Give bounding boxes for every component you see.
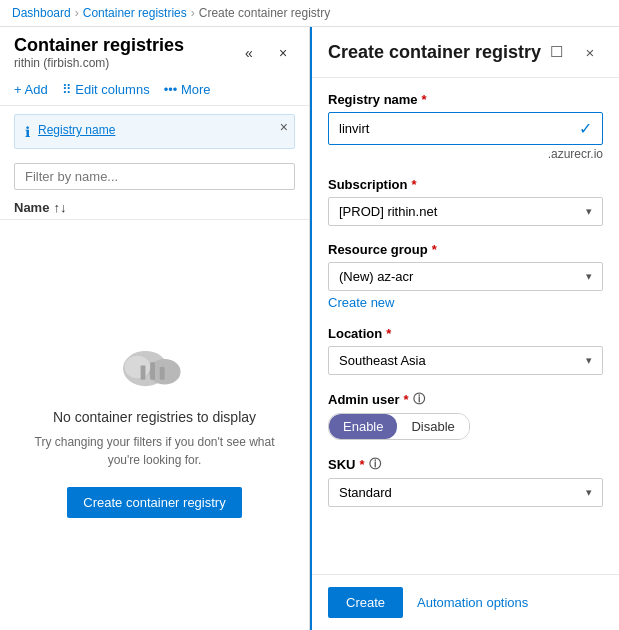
- panel-title: Container registries: [14, 35, 184, 56]
- subscription-required: *: [411, 177, 416, 192]
- breadcrumb-current: Create container registry: [199, 6, 330, 20]
- empty-state: No container registries to display Try c…: [0, 220, 309, 630]
- left-panel: Container registries rithin (firbish.com…: [0, 27, 310, 630]
- automation-options-link[interactable]: Automation options: [417, 595, 528, 610]
- sku-info-icon[interactable]: ⓘ: [369, 456, 381, 473]
- right-panel-header: Create container registry ☐ ×: [312, 27, 619, 78]
- panel-subtitle: rithin (firbish.com): [14, 56, 184, 70]
- location-value: Southeast Asia: [339, 353, 426, 368]
- breadcrumb: Dashboard › Container registries › Creat…: [0, 0, 619, 27]
- collapse-button[interactable]: «: [237, 41, 261, 65]
- create-new-rg-link[interactable]: Create new: [328, 295, 394, 310]
- svg-rect-4: [150, 362, 155, 380]
- resource-group-dropdown[interactable]: (New) az-acr ▾: [328, 262, 603, 291]
- sku-dropdown[interactable]: Standard ▾: [328, 478, 603, 507]
- subscription-group: Subscription * [PROD] rithin.net ▾: [328, 177, 603, 226]
- location-dropdown[interactable]: Southeast Asia ▾: [328, 346, 603, 375]
- svg-rect-5: [159, 367, 164, 380]
- name-col-label: Name: [14, 200, 49, 215]
- location-dropdown-arrow: ▾: [586, 354, 592, 367]
- add-button[interactable]: + Add: [14, 82, 48, 97]
- resource-group-label: Resource group *: [328, 242, 603, 257]
- location-label: Location *: [328, 326, 603, 341]
- more-button[interactable]: ••• More: [164, 82, 211, 97]
- sku-value: Standard: [339, 485, 392, 500]
- required-star: *: [422, 92, 427, 107]
- subscription-dropdown[interactable]: [PROD] rithin.net ▾: [328, 197, 603, 226]
- admin-info-icon[interactable]: ⓘ: [413, 391, 425, 408]
- close-left-panel-button[interactable]: ×: [271, 41, 295, 65]
- edit-columns-button[interactable]: ⠿ Edit columns: [62, 82, 150, 97]
- sku-dropdown-arrow: ▾: [586, 486, 592, 499]
- maximize-button[interactable]: ☐: [543, 39, 569, 65]
- more-label: ••• More: [164, 82, 211, 97]
- breadcrumb-dashboard[interactable]: Dashboard: [12, 6, 71, 20]
- breadcrumb-sep-1: ›: [75, 6, 79, 20]
- registry-name-input-wrapper[interactable]: ✓: [328, 112, 603, 145]
- subscription-label: Subscription *: [328, 177, 603, 192]
- panel-top-icons: « ×: [237, 41, 295, 65]
- admin-user-label: Admin user * ⓘ: [328, 391, 603, 408]
- admin-user-toggle: Enable Disable: [328, 413, 470, 440]
- info-banner-link[interactable]: Registry name: [38, 123, 115, 137]
- cloud-icon: [115, 333, 195, 393]
- rg-required: *: [432, 242, 437, 257]
- registry-name-input[interactable]: [339, 121, 579, 136]
- close-right-panel-button[interactable]: ×: [577, 39, 603, 65]
- svg-point-2: [124, 355, 150, 377]
- name-column-header[interactable]: Name ↑↓: [14, 200, 66, 215]
- admin-required: *: [404, 392, 409, 407]
- rg-dropdown-arrow: ▾: [586, 270, 592, 283]
- svg-rect-3: [140, 365, 145, 379]
- breadcrumb-sep-2: ›: [191, 6, 195, 20]
- info-banner-text: Registry name: [38, 123, 115, 137]
- toolbar: + Add ⠿ Edit columns ••• More: [0, 78, 309, 106]
- form-body: Registry name * ✓ .azurecr.io Subscripti…: [312, 78, 619, 574]
- add-button-label: + Add: [14, 82, 48, 97]
- main-layout: Container registries rithin (firbish.com…: [0, 27, 619, 630]
- sku-required: *: [359, 457, 364, 472]
- panel-header: Container registries rithin (firbish.com…: [0, 27, 309, 78]
- location-group: Location * Southeast Asia ▾: [328, 326, 603, 375]
- sku-label: SKU * ⓘ: [328, 456, 603, 473]
- right-footer: Create Automation options: [312, 574, 619, 630]
- sku-group: SKU * ⓘ Standard ▾: [328, 456, 603, 507]
- info-banner: ℹ Registry name ×: [14, 114, 295, 149]
- acr-suffix: .azurecr.io: [328, 147, 603, 161]
- resource-group-group: Resource group * (New) az-acr ▾ Create n…: [328, 242, 603, 310]
- sort-icon: ↑↓: [53, 200, 66, 215]
- empty-title: No container registries to display: [53, 409, 256, 425]
- info-icon: ℹ: [25, 124, 30, 140]
- location-required: *: [386, 326, 391, 341]
- search-input[interactable]: [14, 163, 295, 190]
- admin-enable-button[interactable]: Enable: [329, 414, 397, 439]
- registry-name-check-icon: ✓: [579, 119, 592, 138]
- resource-group-value: (New) az-acr: [339, 269, 413, 284]
- create-button[interactable]: Create: [328, 587, 403, 618]
- right-panel: Create container registry ☐ × Registry n…: [310, 27, 619, 630]
- subscription-dropdown-arrow: ▾: [586, 205, 592, 218]
- right-header-buttons: ☐ ×: [543, 39, 603, 65]
- table-header: Name ↑↓: [0, 196, 309, 220]
- create-registry-button[interactable]: Create container registry: [67, 487, 241, 518]
- edit-columns-label: ⠿ Edit columns: [62, 82, 150, 97]
- breadcrumb-container-registries[interactable]: Container registries: [83, 6, 187, 20]
- search-bar: [14, 163, 295, 190]
- panel-title-block: Container registries rithin (firbish.com…: [14, 35, 184, 70]
- right-panel-title: Create container registry: [328, 42, 541, 63]
- info-banner-close[interactable]: ×: [280, 119, 288, 135]
- subscription-value: [PROD] rithin.net: [339, 204, 437, 219]
- admin-disable-button[interactable]: Disable: [397, 414, 468, 439]
- empty-subtitle: Try changing your filters if you don't s…: [20, 433, 289, 469]
- registry-name-label: Registry name *: [328, 92, 603, 107]
- registry-name-group: Registry name * ✓ .azurecr.io: [328, 92, 603, 161]
- admin-user-group: Admin user * ⓘ Enable Disable: [328, 391, 603, 440]
